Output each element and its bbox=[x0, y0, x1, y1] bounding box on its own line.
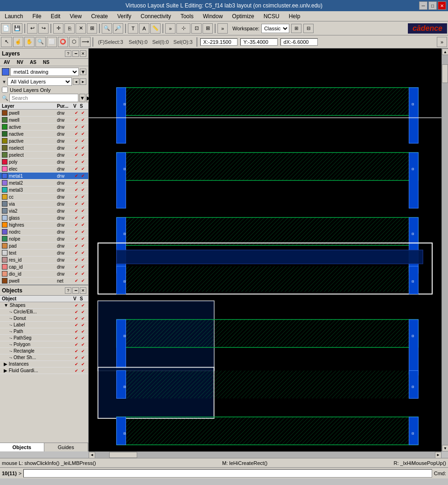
menu-item-ncsu[interactable]: NCSU bbox=[261, 12, 282, 21]
scroll-right-button[interactable]: ► bbox=[435, 452, 441, 458]
layer-row[interactable]: cap_id drw ✔ ✔ bbox=[0, 263, 88, 270]
menu-item-window[interactable]: Window bbox=[200, 12, 226, 21]
layer-row[interactable]: res_id drw ✔ ✔ bbox=[0, 256, 88, 263]
obj-row[interactable]: ·- Path ✔ ✔ bbox=[0, 328, 88, 335]
copy-button[interactable]: ⎘ bbox=[64, 23, 75, 34]
tab-guides[interactable]: Guides bbox=[44, 443, 89, 451]
finger-tool[interactable]: ☝ bbox=[13, 37, 23, 47]
poly-tool[interactable]: ⬡ bbox=[69, 37, 79, 47]
move-button[interactable]: ✛ bbox=[53, 23, 63, 34]
obj-row[interactable]: ·- Rectangle ✔ ✔ bbox=[0, 348, 88, 354]
filter-prev-btn[interactable]: ◄ bbox=[73, 78, 79, 85]
label-button[interactable]: A bbox=[139, 23, 149, 34]
layer-row[interactable]: via2 drw ✔ ✔ bbox=[0, 208, 88, 215]
menu-item-help[interactable]: Help bbox=[286, 12, 303, 21]
obj-row[interactable]: ·- Circle/Elli... ✔ ✔ bbox=[0, 309, 88, 315]
filter-select[interactable]: All Valid Layers bbox=[7, 77, 72, 86]
layer-row[interactable]: elec drw ✔ ✔ bbox=[0, 166, 88, 173]
layer-row[interactable]: metal1 drw ✔ ✔ bbox=[0, 173, 88, 180]
menu-item-optimize[interactable]: Optimize bbox=[229, 12, 257, 21]
path-tool[interactable]: ⟿ bbox=[80, 37, 91, 47]
layer-row[interactable]: poly drw ✔ ✔ bbox=[0, 159, 88, 166]
rect-tool[interactable]: ⬜ bbox=[47, 37, 57, 47]
grid-btn[interactable]: ⊞ bbox=[203, 23, 213, 34]
layer-row[interactable]: nselect drw ✔ ✔ bbox=[0, 145, 88, 152]
layer-row[interactable]: nwell drw ✔ ✔ bbox=[0, 117, 88, 124]
layer-row[interactable]: cc drw ✔ ✔ bbox=[0, 194, 88, 201]
text-button[interactable]: T bbox=[128, 23, 138, 34]
tb-more2[interactable]: » bbox=[217, 23, 228, 34]
layer-arrow-btn[interactable]: ▼ bbox=[80, 69, 86, 75]
layer-row[interactable]: nodrc drw ✔ ✔ bbox=[0, 229, 88, 236]
redo-button[interactable]: ↪ bbox=[38, 23, 49, 34]
layer-row[interactable]: nolpe drw ✔ ✔ bbox=[0, 236, 88, 242]
obj-row[interactable]: ▶ Instances ✔ ✔ bbox=[0, 361, 88, 367]
stretch-button[interactable]: ⊞ bbox=[87, 23, 97, 34]
workspace-select[interactable]: Classic bbox=[261, 24, 289, 33]
layer-dropdown[interactable]: metal1 drawing bbox=[10, 68, 79, 76]
menu-item-edit[interactable]: Edit bbox=[48, 12, 63, 21]
workspace-btn2[interactable]: ⊟ bbox=[303, 24, 314, 33]
layer-row[interactable]: highres drw ✔ ✔ bbox=[0, 222, 88, 229]
select-tool[interactable]: ↖ bbox=[1, 37, 12, 47]
menu-item-tools[interactable]: Tools bbox=[178, 12, 196, 21]
tab-objects[interactable]: Objects bbox=[0, 443, 44, 451]
zoom-tool[interactable]: 🔍 bbox=[35, 37, 46, 47]
maximize-button[interactable]: □ bbox=[428, 1, 437, 10]
objects-pin-button[interactable]: ━ bbox=[72, 287, 79, 294]
menu-item-create[interactable]: Create bbox=[88, 12, 111, 21]
ruler-button[interactable]: 📏 bbox=[150, 23, 161, 34]
layers-pin-button[interactable]: ━ bbox=[72, 50, 79, 57]
obj-row[interactable]: ▼ Shapes ✔ ✔ bbox=[0, 302, 88, 309]
scroll-up-button[interactable]: ▲ bbox=[442, 48, 448, 55]
obj-row[interactable]: ·- Label ✔ ✔ bbox=[0, 322, 88, 328]
zoom-in-button[interactable]: 🔍 bbox=[102, 23, 112, 34]
search-input[interactable] bbox=[9, 94, 78, 102]
obj-row[interactable]: ·- Donut ✔ ✔ bbox=[0, 315, 88, 322]
obj-row[interactable]: ·- Other Sh... ✔ ✔ bbox=[0, 354, 88, 361]
scroll-thumb[interactable] bbox=[442, 64, 448, 83]
layer-row[interactable]: nactive drw ✔ ✔ bbox=[0, 131, 88, 138]
layer-row[interactable]: dio_id drw ✔ ✔ bbox=[0, 270, 88, 277]
more-button[interactable]: » bbox=[165, 23, 175, 34]
scroll-left-button[interactable]: ◄ bbox=[89, 452, 95, 458]
obj-row[interactable]: ▶ Fluid Guardi... ✔ ✔ bbox=[0, 367, 88, 374]
objects-close-button[interactable]: ✕ bbox=[80, 287, 86, 294]
hscroll-thumb[interactable] bbox=[109, 452, 137, 458]
obj-row[interactable]: ·- Polygon ✔ ✔ bbox=[0, 341, 88, 348]
command-input[interactable] bbox=[23, 469, 432, 478]
layer-row[interactable]: via drw ✔ ✔ bbox=[0, 201, 88, 208]
select-btn[interactable]: ⊹ bbox=[176, 23, 190, 34]
snap-btn[interactable]: ⊡ bbox=[191, 23, 202, 34]
new-button[interactable]: 📄 bbox=[1, 23, 11, 34]
zoom-out-button[interactable]: 🔎 bbox=[113, 23, 123, 34]
delete-button[interactable]: ✕ bbox=[76, 23, 86, 34]
layer-row[interactable]: glass drw ✔ ✔ bbox=[0, 215, 88, 222]
scroll-down-button[interactable]: ▼ bbox=[442, 445, 448, 451]
pan-tool[interactable]: ✋ bbox=[24, 37, 35, 47]
minimize-button[interactable]: ─ bbox=[419, 1, 427, 10]
search-dropdown-btn[interactable]: ▼ bbox=[79, 94, 85, 102]
layer-row[interactable]: pactive drw ✔ ✔ bbox=[0, 138, 88, 145]
coord-more[interactable]: » bbox=[437, 37, 447, 47]
layers-help-button[interactable]: ? bbox=[65, 50, 71, 57]
layer-row[interactable]: pwell drw ✔ ✔ bbox=[0, 110, 88, 117]
undo-button[interactable]: ↩ bbox=[27, 23, 37, 34]
obj-row[interactable]: ·- PathSeg ✔ ✔ bbox=[0, 335, 88, 341]
layer-row[interactable]: metal2 drw ✔ ✔ bbox=[0, 180, 88, 187]
layer-row[interactable]: text drw ✔ ✔ bbox=[0, 249, 88, 256]
layer-row[interactable]: metal3 drw ✔ ✔ bbox=[0, 187, 88, 194]
objects-help-button[interactable]: ? bbox=[65, 287, 71, 294]
layer-row[interactable]: pwell net ✔ ✔ bbox=[0, 277, 88, 284]
menu-item-verify[interactable]: Verify bbox=[114, 12, 134, 21]
layer-row[interactable]: pselect drw ✔ ✔ bbox=[0, 152, 88, 159]
used-layers-checkbox[interactable] bbox=[2, 87, 8, 93]
layer-row[interactable]: active drw ✔ ✔ bbox=[0, 124, 88, 131]
close-button[interactable]: ✕ bbox=[438, 1, 446, 10]
menu-item-view[interactable]: View bbox=[67, 12, 84, 21]
menu-item-file[interactable]: File bbox=[29, 12, 44, 21]
workspace-btn1[interactable]: ⊞ bbox=[291, 24, 301, 33]
layers-close-button[interactable]: ✕ bbox=[80, 50, 86, 57]
circle-tool[interactable]: ⭕ bbox=[58, 37, 68, 47]
canvas-area[interactable]: ⊟ ⊟ ⊟ ⊟ ⊟ ⊟ bbox=[89, 48, 441, 451]
